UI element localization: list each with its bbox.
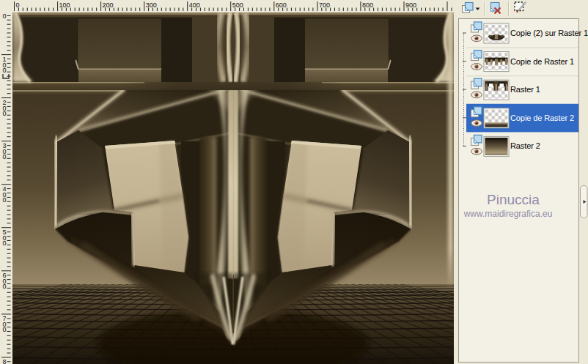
svg-text:300: 300 <box>146 1 157 9</box>
svg-text:Copie de Raster 1: Copie de Raster 1 <box>510 57 574 66</box>
svg-text:Raster 2: Raster 2 <box>510 141 540 150</box>
svg-text:100: 100 <box>59 1 70 9</box>
svg-text:800: 800 <box>362 1 373 9</box>
svg-text:900: 900 <box>405 1 416 9</box>
svg-text:Pinuccia: Pinuccia <box>487 192 540 207</box>
svg-text:0: 0 <box>3 283 7 290</box>
svg-text:0: 0 <box>3 196 7 204</box>
svg-text:600: 600 <box>276 1 287 9</box>
svg-text:700: 700 <box>319 1 330 9</box>
svg-text:0: 0 <box>16 1 20 9</box>
svg-text:www.maidiregrafica.eu: www.maidiregrafica.eu <box>463 209 553 219</box>
svg-text:500: 500 <box>232 1 243 9</box>
svg-text:Copie de Raster 2: Copie de Raster 2 <box>510 114 574 122</box>
svg-text:8: 8 <box>3 358 7 364</box>
svg-text:200: 200 <box>103 1 114 9</box>
svg-text:0: 0 <box>3 153 7 160</box>
svg-text:0: 0 <box>3 12 7 20</box>
svg-text:Raster 1: Raster 1 <box>510 85 540 94</box>
svg-text:0: 0 <box>3 67 7 74</box>
svg-text:Copie (2) sur Raster 1: Copie (2) sur Raster 1 <box>510 29 588 37</box>
svg-text:0: 0 <box>3 239 7 247</box>
svg-text:400: 400 <box>189 1 200 9</box>
svg-text:0: 0 <box>3 110 7 117</box>
svg-text:0: 0 <box>3 326 7 333</box>
